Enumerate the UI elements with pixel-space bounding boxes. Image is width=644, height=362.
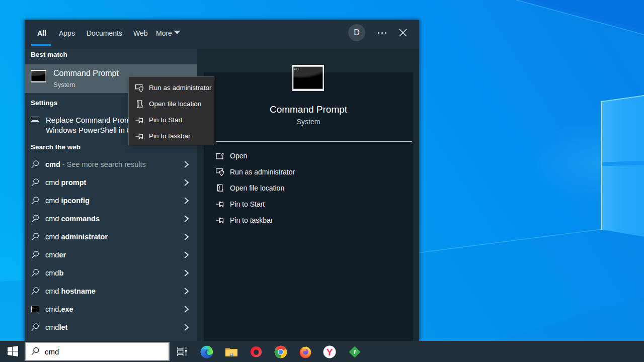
svg-text:Y: Y xyxy=(327,347,333,357)
svg-text:>_: >_ xyxy=(32,306,35,309)
svg-text:C:\_: C:\_ xyxy=(294,67,301,71)
svg-text:C:\_: C:\_ xyxy=(32,71,35,73)
